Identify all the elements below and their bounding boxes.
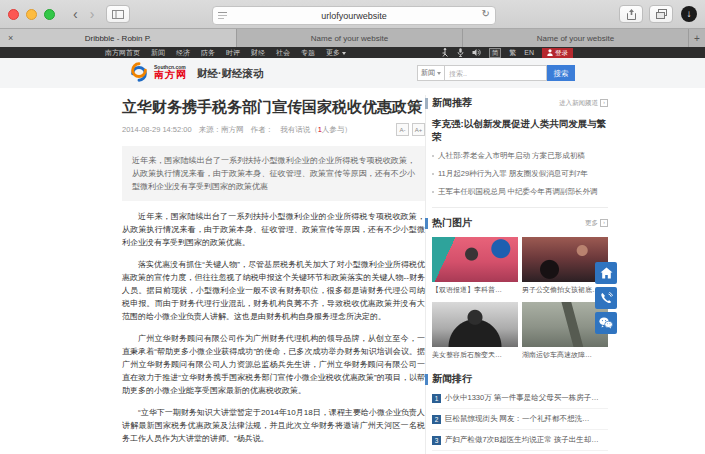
hot-images-header: 热门图片 更多 › [432,216,608,230]
close-tab-icon[interactable]: × [8,33,13,43]
tab-active[interactable]: × Dribbble - Robin P. [0,29,237,47]
lang-simplified-button[interactable]: 简 [489,48,502,58]
nav-item-special[interactable]: 专题 [301,48,315,58]
reader-icon [218,11,227,20]
speaker-icon[interactable] [472,48,481,57]
nav-item-society[interactable]: 社会 [276,48,290,58]
nav-item-more[interactable]: 更多 [326,48,346,58]
ranking-item[interactable]: 3 产妇产检做7次B超医生均说正常 孩子出生却… [432,430,608,451]
lang-traditional-button[interactable]: 繁 [509,48,516,58]
site-nav: 南方网首页 新闻 经济 防务 时评 财经 社会 专题 更多 简 繁 EN 登录 [0,47,705,58]
hot-images-more-link[interactable]: 更多 › [585,219,608,228]
rank-badge: 2 [432,415,441,424]
list-item[interactable]: 人社部:养老金入市明年启动 方案已形成初稿 [432,147,608,165]
chevron-down-icon [342,52,346,55]
article-paragraph: 广州立华财务顾问有限公司作为广州财务代理机构的领导品牌，从创立至今，一直秉承着“… [122,332,425,397]
more-label: 更多 [585,219,598,228]
nav-item-defense[interactable]: 防务 [201,48,215,58]
nav-item-commentary[interactable]: 时评 [226,48,240,58]
login-button[interactable]: 登录 [542,48,573,58]
article-date: 2014-08-29 14:52:00 [122,125,192,134]
enter-news-channel-link[interactable]: 进入新闻频道 › [559,99,608,108]
site-nav-tools: 简 繁 EN 登录 [441,48,573,58]
close-window-button[interactable] [8,9,19,20]
article-paragraph: 近年来，国家陆续出台了一系列扶持小型微利企业的企业所得税专项税收政策，从政策执行… [122,210,425,249]
list-item-text: 11月起29种行为入罪 朋友圈发假消息可判7年 [438,169,588,179]
chevron-down-icon [437,72,441,75]
tabs-icon [656,9,667,19]
home-button[interactable] [595,262,617,284]
wechat-button[interactable] [595,312,617,334]
external-link-icon: › [600,99,608,107]
font-smaller-button[interactable]: A- [396,123,409,136]
ranking-item[interactable]: 2 巨松鼠惊现街头 网友：一个礼拜都不想洗… [432,409,608,430]
share-button[interactable] [619,5,643,23]
url-text: urlofyourwebsite [321,11,387,21]
nav-item-finance[interactable]: 财经 [251,48,265,58]
accessibility-icon[interactable] [441,48,449,57]
logo-name: 南方网 [154,70,187,80]
sidebar-icon [112,10,124,19]
back-button[interactable]: ‹ [67,0,84,29]
lang-en-button[interactable]: EN [524,49,534,56]
search-category-value: 新闻 [421,68,435,78]
list-item[interactable]: 11月起29种行为入罪 朋友圈发假消息可判7年 [432,165,608,183]
new-tab-button[interactable]: + [689,29,705,47]
section-accent-bar [425,98,428,109]
article-source[interactable]: 来源：南方网 [199,125,244,135]
hot-image-1[interactable]: 【双语报道】李科普… [432,237,518,295]
recommend-headline[interactable]: 李克强:以创新发展促进人类共同发展与繁荣 [432,117,608,143]
tab-overview-button[interactable] [649,5,673,23]
toolbar-actions: ↓ [613,5,697,23]
site-nav-menus: 南方网首页 新闻 经济 防务 时评 财经 社会 专题 更多 [105,48,346,58]
forward-button[interactable]: › [84,0,101,29]
tab-title: Name of your website [537,34,614,43]
page-content: 立华财务携手税务部门宣传国家税收优惠政策 2014-08-29 14:52:00… [0,88,705,454]
sidebar-toggle-button[interactable] [106,5,130,23]
font-size-controls: A- A+ [396,123,425,136]
reload-button[interactable]: ↻ [482,8,490,19]
nav-item-news[interactable]: 新闻 [151,48,165,58]
section-title: 新闻推荐 [432,96,472,110]
article: 立华财务携手税务部门宣传国家税收优惠政策 2014-08-29 14:52:00… [122,88,425,454]
comment-prefix: 我有话说（ [280,125,318,134]
hot-image-3[interactable]: 美女整容后右脸变天… [432,302,518,360]
search-input[interactable] [445,65,547,81]
ranking-item-text: 小伙中1330万 第一件事是给父母买一栋房子… [445,393,599,403]
ranking-item-text: 产妇产检做7次B超医生均说正常 孩子出生却… [445,435,599,445]
nav-item-economy[interactable]: 经济 [176,48,190,58]
nav-item-home[interactable]: 南方网首页 [105,48,140,58]
recommend-list: 人社部:养老金入市明年启动 方案已形成初稿 11月起29种行为入罪 朋友圈发假消… [432,147,608,201]
search-button[interactable]: 搜索 [547,65,575,81]
article-title: 立华财务携手税务部门宣传国家税收优惠政策 [122,97,425,117]
sidebar: 新闻推荐 进入新闻频道 › 李克强:以创新发展促进人类共同发展与繁荣 人社部:养… [432,88,608,454]
downloads-button[interactable]: ↓ [681,6,697,22]
phone-button[interactable] [595,287,617,309]
browser-toolbar: ‹ › urlofyourwebsite ↻ ↓ [0,0,705,29]
article-paragraph: 落实优惠没有抓住“关键人物”，尽管基层税务机关加大了对小型微利企业所得税优惠政策… [122,258,425,323]
comment-link[interactable]: 我有话说（1人参与） [280,125,352,135]
minimize-window-button[interactable] [26,9,37,20]
article-paragraph: “立华下一期财务知识大讲堂暂定于2014年10月18日，课程主要给小微企业负责人… [122,406,425,445]
address-bar[interactable]: urlofyourwebsite ↻ [212,6,496,25]
article-meta: 2014-08-29 14:52:00 来源：南方网 作者： 我有话说（1人参与… [122,123,425,136]
tab-2[interactable]: Name of your website [237,29,463,47]
tab-3[interactable]: Name of your website [463,29,689,47]
font-larger-button[interactable]: A+ [412,123,425,136]
search-category-dropdown[interactable]: 新闻 [417,65,445,81]
ranking-item[interactable]: 1 小伙中1330万 第一件事是给父母买一栋房子… [432,388,608,409]
zoom-window-button[interactable] [44,9,55,20]
microphone-icon[interactable] [457,48,464,57]
column-divider [425,95,426,454]
ranking-list: 1 小伙中1330万 第一件事是给父母买一栋房子… 2 巨松鼠惊现街头 网友：一… [432,388,608,454]
southcn-logo-icon [128,62,150,82]
window-controls [8,9,55,20]
section-accent-bar [425,374,428,385]
bullet-icon [432,173,434,175]
thumbnail-caption: 湖南运钞车高速故障… [522,350,608,360]
site-logo[interactable]: Southcn.com 南方网 [128,62,187,82]
thumbnail-image [432,237,518,282]
list-item[interactable]: 王军丰任职国税总局 中纪委今年再调副部长外调 [432,183,608,201]
list-item-text: 王军丰任职国税总局 中纪委今年再调副部长外调 [438,187,598,197]
ranking-item-text: 巨松鼠惊现街头 网友：一个礼拜都不想洗… [445,414,590,424]
